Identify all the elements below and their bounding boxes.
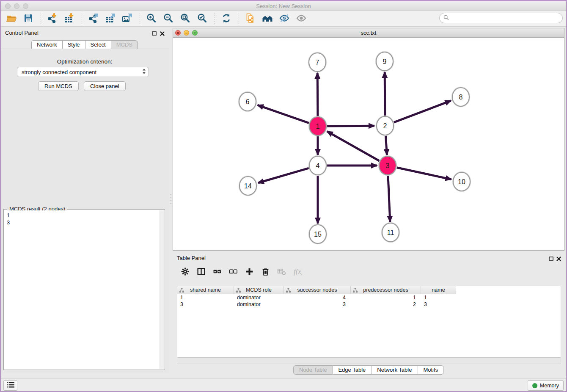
vertical-splitter[interactable]: [170, 194, 172, 205]
tab-network-table[interactable]: Network Table: [372, 365, 418, 375]
column-header-MCDS-role[interactable]: MCDS role: [234, 286, 284, 294]
import-network-button[interactable]: [45, 12, 60, 25]
graph-node-4[interactable]: 4: [309, 156, 327, 176]
add-column-button[interactable]: [243, 265, 256, 279]
split-columns-button[interactable]: [195, 265, 207, 279]
network-graph: 1234678910111415: [173, 38, 564, 251]
graph-node-8[interactable]: 8: [452, 87, 470, 107]
table-hscrollbar[interactable]: [177, 358, 561, 364]
cell-successor-nodes[interactable]: 4: [284, 294, 351, 301]
graph-node-6[interactable]: 6: [239, 92, 257, 112]
open-session-button[interactable]: [4, 12, 19, 25]
graph-node-9[interactable]: 9: [376, 52, 394, 72]
graph-edge-3-1[interactable]: [327, 131, 380, 161]
cell-shared-name[interactable]: 1: [177, 294, 234, 301]
import-table-icon: [64, 13, 75, 25]
clone-network-button[interactable]: [243, 12, 258, 25]
graph-node-1[interactable]: 1: [309, 116, 327, 136]
graph-node-2[interactable]: 2: [376, 116, 394, 136]
tab-edge-table[interactable]: Edge Table: [333, 365, 372, 375]
graph-edge-3-11[interactable]: [388, 175, 390, 222]
graph-node-11[interactable]: 11: [382, 223, 400, 243]
graph-edge-2-9[interactable]: [385, 72, 385, 116]
column-header-name[interactable]: name: [421, 286, 456, 294]
graph-node-3[interactable]: 3: [379, 156, 397, 176]
tab-motifs[interactable]: Motifs: [418, 365, 444, 375]
zoom-in-button[interactable]: [144, 12, 159, 25]
graph-edge-4-14[interactable]: [258, 168, 309, 183]
show-all-button[interactable]: [294, 12, 308, 25]
save-session-button[interactable]: [21, 12, 36, 25]
table-row[interactable]: 3dominator323: [177, 301, 561, 308]
cell-MCDS-role[interactable]: dominator: [234, 294, 284, 301]
graph-node-14[interactable]: 14: [239, 176, 257, 196]
tab-mcds[interactable]: MCDS: [111, 40, 138, 49]
optimization-criterion-select[interactable]: strongly connected component: [17, 67, 149, 77]
show-neighbors-button[interactable]: [260, 12, 275, 25]
export-table-icon: [105, 13, 116, 25]
column-header-shared-name[interactable]: shared name: [177, 286, 234, 294]
select-all-button[interactable]: [211, 265, 223, 279]
result-scrollbar[interactable]: [160, 210, 164, 369]
graph-node-7[interactable]: 7: [308, 52, 327, 72]
close-table-panel-icon[interactable]: [556, 255, 561, 263]
clear-selection-icon: [229, 267, 238, 277]
close-panel-icon[interactable]: [160, 30, 165, 38]
import-table-button[interactable]: [62, 12, 77, 25]
graph-edge-1-6[interactable]: [258, 105, 309, 123]
close-panel-button[interactable]: Close panel: [84, 81, 126, 91]
refresh-button[interactable]: [219, 12, 234, 25]
toolbar-separator: [82, 13, 82, 25]
graph-edge-2-3[interactable]: [385, 135, 387, 155]
mcds-result-text[interactable]: 1 3: [5, 210, 159, 369]
network-window-titlebar[interactable]: ✕ − + scc.txt: [173, 28, 564, 38]
settings-button[interactable]: [179, 265, 191, 279]
export-network-button[interactable]: [86, 12, 101, 25]
column-header-successor-nodes[interactable]: successor nodes: [284, 286, 351, 294]
delete-columns-button[interactable]: [259, 265, 272, 279]
tab-node-table[interactable]: Node Table: [293, 365, 333, 375]
cell-successor-nodes[interactable]: 3: [284, 301, 351, 308]
run-mcds-button[interactable]: Run MCDS: [38, 81, 79, 91]
cell-name[interactable]: 1: [421, 294, 456, 301]
hide-selected-button[interactable]: [277, 12, 292, 25]
cell-MCDS-role[interactable]: dominator: [234, 301, 284, 308]
graph-node-15[interactable]: 15: [309, 224, 327, 244]
clear-selection-button[interactable]: [227, 265, 239, 279]
table-row[interactable]: 1dominator411: [177, 294, 561, 301]
toolbar-separator: [215, 13, 215, 25]
cell-predecessor-nodes[interactable]: 1: [351, 294, 421, 301]
float-table-panel-icon[interactable]: [549, 255, 553, 263]
cell-predecessor-nodes[interactable]: 2: [351, 301, 421, 308]
function-builder-icon: f(x): [293, 267, 302, 277]
task-history-button[interactable]: [3, 380, 17, 391]
zoom-out-button[interactable]: [161, 12, 176, 25]
graph-edge-1-2[interactable]: [327, 126, 374, 126]
graph-edge-2-8[interactable]: [394, 101, 451, 122]
graph-node-10[interactable]: 10: [453, 172, 471, 192]
cell-shared-name[interactable]: 3: [177, 301, 234, 308]
export-image-button[interactable]: [120, 12, 135, 25]
memory-button[interactable]: Memory: [528, 380, 564, 391]
cell-name[interactable]: 3: [421, 301, 456, 308]
column-header-predecessor-nodes[interactable]: predecessor nodes: [351, 286, 421, 294]
select-stepper-icon: [142, 68, 146, 76]
graph-edge-1-7[interactable]: [317, 73, 318, 117]
column-label: MCDS role: [246, 287, 272, 293]
graph-edge-3-10[interactable]: [397, 168, 451, 179]
network-window: ✕ − + scc.txt 1234678910111415: [173, 28, 564, 251]
svg-text:9: 9: [383, 58, 387, 65]
tab-network[interactable]: Network: [31, 40, 63, 49]
network-canvas[interactable]: 1234678910111415: [173, 38, 564, 250]
export-table-button[interactable]: [103, 12, 118, 25]
show-all-icon: [296, 13, 307, 25]
float-panel-icon[interactable]: [152, 30, 157, 38]
search-input[interactable]: [451, 15, 557, 21]
tab-select[interactable]: Select: [85, 40, 111, 49]
tab-style[interactable]: Style: [63, 40, 85, 49]
zoom-fit-button[interactable]: [178, 12, 193, 25]
search-box[interactable]: [439, 13, 563, 23]
control-panel-title: Control Panel: [5, 30, 39, 36]
svg-text:4: 4: [316, 162, 320, 169]
zoom-selected-button[interactable]: [195, 12, 209, 25]
